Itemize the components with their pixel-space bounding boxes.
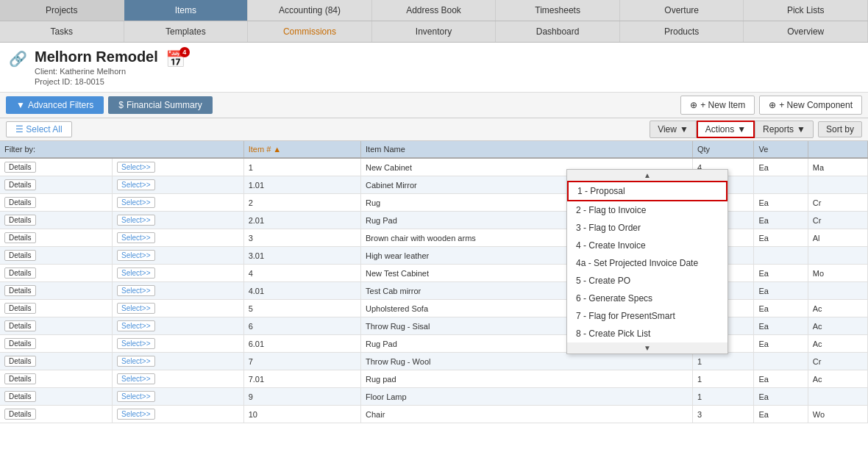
- items-table: Filter by: Item # ▲ Item Name Qty Ve Det…: [0, 141, 868, 423]
- details-button[interactable]: Details: [4, 320, 36, 331]
- view-dropdown[interactable]: View ▼: [650, 121, 697, 138]
- details-cell: Details: [0, 194, 113, 212]
- financial-summary-button[interactable]: $ Financial Summary: [108, 96, 212, 114]
- nav-tasks[interactable]: Tasks: [0, 21, 124, 42]
- nav-dashboard[interactable]: Dashboard: [496, 21, 620, 42]
- details-button[interactable]: Details: [4, 338, 36, 349]
- select-button[interactable]: Select>>: [117, 179, 154, 190]
- select-button[interactable]: Select>>: [117, 285, 154, 296]
- nav-address-book[interactable]: Address Book: [372, 0, 497, 21]
- calendar-badge[interactable]: 📅 4: [166, 50, 185, 69]
- item-num-cell: 7: [243, 353, 360, 370]
- table-row: Details Select>> 7.01 Rug pad 1 Ea Ac: [0, 370, 868, 388]
- select-button[interactable]: Select>>: [117, 250, 154, 261]
- nav-products[interactable]: Products: [620, 21, 744, 42]
- dropdown-menu-item-8[interactable]: 7 - Flag for PresentSmart: [567, 307, 728, 325]
- nav-projects[interactable]: Projects: [0, 0, 124, 21]
- table-row: Details Select>> 9 Floor Lamp 1 Ea: [0, 388, 868, 406]
- dropdown-menu-item-1[interactable]: 1 - Proposal: [567, 181, 728, 201]
- select-button[interactable]: Select>>: [117, 338, 154, 349]
- actions-label: Actions: [705, 124, 734, 134]
- details-button[interactable]: Details: [4, 285, 36, 296]
- item-name-cell: Throw Rug - Wool: [361, 353, 693, 370]
- ve-cell: [754, 353, 808, 370]
- items-table-container: Filter by: Item # ▲ Item Name Qty Ve Det…: [0, 141, 868, 474]
- details-button[interactable]: Details: [4, 409, 36, 420]
- details-button[interactable]: Details: [4, 215, 36, 226]
- dropdown-menu-item-9[interactable]: 8 - Create Pick List: [567, 325, 728, 342]
- nav-templates[interactable]: Templates: [124, 21, 249, 42]
- item-name-cell: Rug pad: [361, 370, 693, 388]
- dropdown-menu-item-4[interactable]: 4 - Create Invoice: [567, 237, 728, 254]
- details-button[interactable]: Details: [4, 232, 36, 243]
- select-cell: Select>>: [113, 388, 244, 406]
- nav-commissions[interactable]: Commissions: [248, 21, 372, 42]
- reports-dropdown[interactable]: Reports ▼: [755, 121, 814, 138]
- select-all-button[interactable]: ☰ Select All: [6, 121, 72, 137]
- ve-cell: Ea: [754, 158, 808, 176]
- nav-overture[interactable]: Overture: [620, 0, 744, 21]
- select-button[interactable]: Select>>: [117, 409, 154, 420]
- nav-accounting[interactable]: Accounting (84): [248, 0, 372, 21]
- select-button[interactable]: Select>>: [117, 215, 154, 226]
- actions-dropdown-button[interactable]: Actions ▼: [697, 121, 755, 138]
- select-button[interactable]: Select>>: [117, 232, 154, 243]
- qty-cell: 1: [692, 370, 753, 388]
- nav-overview[interactable]: Overview: [744, 21, 868, 42]
- plus-icon: ⊕: [690, 100, 697, 110]
- select-cell: Select>>: [113, 194, 244, 212]
- details-cell: Details: [0, 353, 113, 370]
- dropdown-menu-item-5[interactable]: 4a - Set Projected Invoice Date: [567, 254, 728, 272]
- select-cell: Select>>: [113, 229, 244, 247]
- select-button[interactable]: Select>>: [117, 320, 154, 331]
- select-button[interactable]: Select>>: [117, 162, 154, 173]
- details-button[interactable]: Details: [4, 373, 36, 384]
- details-button[interactable]: Details: [4, 303, 36, 314]
- item-name-cell: Floor Lamp: [361, 388, 693, 406]
- select-button[interactable]: Select>>: [117, 267, 154, 279]
- new-item-button[interactable]: ⊕ + New Item: [680, 96, 755, 115]
- dropdown-menu-item-6[interactable]: 5 - Create PO: [567, 272, 728, 290]
- qty-cell: 1: [692, 388, 753, 406]
- select-button[interactable]: Select>>: [117, 391, 154, 402]
- extra-cell: Ac: [808, 300, 867, 317]
- select-button[interactable]: Select>>: [117, 373, 154, 384]
- details-button[interactable]: Details: [4, 250, 36, 261]
- new-component-button[interactable]: ⊕ + New Component: [759, 96, 862, 115]
- item-num-cell: 4.01: [243, 282, 360, 300]
- select-cell: Select>>: [113, 265, 244, 282]
- details-button[interactable]: Details: [4, 391, 36, 402]
- details-button[interactable]: Details: [4, 356, 36, 367]
- item-name-cell: Chair: [361, 406, 693, 423]
- dropdown-menu-item-2[interactable]: 2 - Flag to Invoice: [567, 201, 728, 219]
- select-button[interactable]: Select>>: [117, 356, 154, 367]
- advanced-filters-button[interactable]: ▼ Advanced Filters: [6, 96, 104, 114]
- ve-cell: [754, 247, 808, 265]
- ve-cell: Ea: [754, 388, 808, 406]
- external-link-icon[interactable]: 🔗: [9, 50, 27, 68]
- item-num-cell: 2.01: [243, 212, 360, 229]
- item-num-header[interactable]: Item # ▲: [243, 141, 360, 158]
- nav-pick-lists[interactable]: Pick Lists: [744, 0, 868, 21]
- nav-timesheets[interactable]: Timesheets: [496, 0, 620, 21]
- actions-chevron: ▼: [737, 124, 746, 134]
- details-button[interactable]: Details: [4, 179, 36, 190]
- select-cell: Select>>: [113, 370, 244, 388]
- details-cell: Details: [0, 300, 113, 317]
- nav-inventory[interactable]: Inventory: [372, 21, 497, 42]
- filter-by-header: Filter by:: [0, 141, 243, 158]
- select-button[interactable]: Select>>: [117, 303, 154, 314]
- details-button[interactable]: Details: [4, 197, 36, 208]
- table-row: Details Select>> 2 Rug 0 Ea Cr: [0, 194, 868, 212]
- nav-items[interactable]: Items: [124, 0, 249, 21]
- dropdown-menu-item-3[interactable]: 3 - Flag to Order: [567, 219, 728, 237]
- table-row: Details Select>> 6.01 Rug Pad 1 Ea Ac: [0, 335, 868, 353]
- details-button[interactable]: Details: [4, 162, 36, 173]
- details-button[interactable]: Details: [4, 267, 36, 279]
- sort-by-button[interactable]: Sort by: [818, 121, 862, 137]
- details-cell: Details: [0, 388, 113, 406]
- filter-icon: ▼: [16, 100, 25, 110]
- select-button[interactable]: Select>>: [117, 197, 154, 208]
- dropdown-menu-item-7[interactable]: 6 - Generate Specs: [567, 290, 728, 307]
- ve-cell: Ea: [754, 370, 808, 388]
